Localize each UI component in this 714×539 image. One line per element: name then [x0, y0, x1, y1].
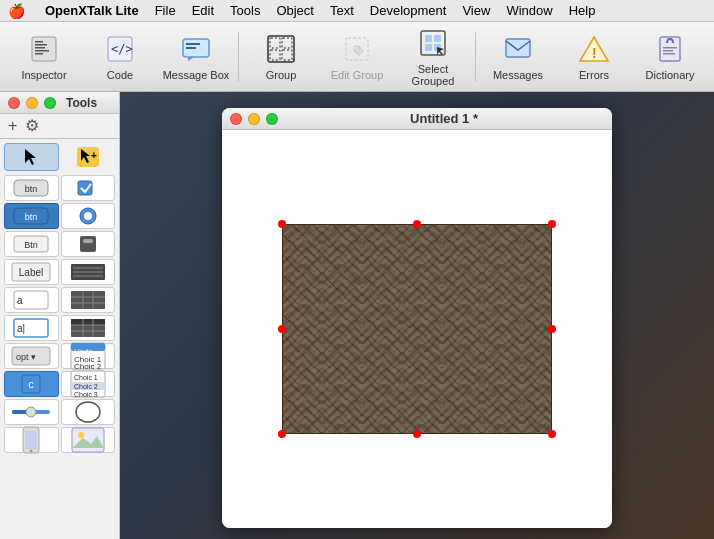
svg-rect-12	[270, 38, 280, 48]
menu-help[interactable]: Help	[569, 3, 596, 18]
datagrid-tool[interactable]	[61, 315, 116, 341]
svg-rect-55	[71, 291, 105, 309]
inspector-button[interactable]: Inspector	[8, 27, 80, 87]
svg-text:a|: a|	[17, 323, 25, 334]
svg-rect-5	[35, 53, 43, 55]
errors-label: Errors	[579, 69, 609, 81]
svg-rect-10	[186, 47, 196, 49]
svg-text:opt ▾: opt ▾	[16, 352, 36, 362]
scrollbar-tool[interactable]	[61, 231, 116, 257]
dictionary-button[interactable]: Dictionary	[634, 27, 706, 87]
handle-bottom-right[interactable]	[548, 430, 556, 438]
handle-bottom-mid[interactable]	[413, 430, 421, 438]
svg-point-85	[76, 402, 100, 422]
add-tool-button[interactable]: +	[8, 118, 17, 134]
pointer-plus-tool[interactable]: +	[61, 143, 116, 171]
tools-panel: Tools + ⚙ +	[0, 92, 120, 539]
edit-group-button[interactable]: Edit Group	[321, 27, 393, 87]
dictionary-label: Dictionary	[646, 69, 695, 81]
button-tools: btn	[0, 175, 119, 203]
image-tool[interactable]	[61, 427, 116, 453]
canvas-content[interactable]	[222, 130, 612, 528]
toolbar: Inspector </> Code Message Box	[0, 22, 714, 92]
messages-icon	[502, 33, 534, 65]
svg-rect-25	[506, 39, 530, 57]
popup-tool[interactable]: opt ▾	[4, 343, 59, 369]
svg-point-84	[26, 407, 36, 417]
app-name[interactable]: OpenXTalk Lite	[45, 3, 139, 18]
svg-rect-30	[663, 50, 673, 52]
combo-tools: c Choic 1 Choic 2 Choic 3	[0, 371, 119, 399]
svg-text:c: c	[29, 378, 35, 390]
message-box-button[interactable]: Message Box	[160, 27, 232, 87]
menu-file[interactable]: File	[155, 3, 176, 18]
textarea-tool[interactable]: a|	[4, 315, 59, 341]
handle-bottom-left[interactable]	[278, 430, 286, 438]
mobile-tool[interactable]	[4, 427, 59, 453]
close-button[interactable]	[8, 97, 20, 109]
message-box-label: Message Box	[163, 69, 230, 81]
menubar: 🍎 OpenXTalk Lite File Edit Tools Object …	[0, 0, 714, 22]
svg-rect-29	[663, 47, 677, 49]
handle-mid-left[interactable]	[278, 325, 286, 333]
handle-top-mid[interactable]	[413, 220, 421, 228]
canvas-minimize-button[interactable]	[248, 113, 260, 125]
separator-1	[238, 32, 239, 82]
minimize-button[interactable]	[26, 97, 38, 109]
arrow-tool[interactable]	[4, 143, 59, 171]
select-grouped-label: Select Grouped	[397, 63, 469, 87]
checkbox-tool[interactable]	[61, 175, 116, 201]
menu-development[interactable]: Development	[370, 3, 447, 18]
pointer-plus-icon: +	[77, 147, 99, 167]
blue-button-tool[interactable]: btn	[4, 203, 59, 229]
grid-tool[interactable]	[61, 287, 116, 313]
svg-rect-19	[421, 31, 445, 55]
canvas-maximize-button[interactable]	[266, 113, 278, 125]
label-tool[interactable]: Label	[4, 259, 59, 285]
apple-menu[interactable]: 🍎	[8, 3, 25, 19]
radio-tool[interactable]	[61, 203, 116, 229]
svg-point-90	[78, 432, 84, 438]
svg-rect-31	[663, 53, 675, 55]
errors-button[interactable]: ! Errors	[558, 27, 630, 87]
menu-window[interactable]: Window	[506, 3, 552, 18]
group-icon	[265, 33, 297, 65]
svg-rect-15	[282, 50, 292, 60]
svg-rect-87	[25, 431, 37, 449]
oval-tool[interactable]	[61, 399, 116, 425]
code-button[interactable]: </> Code	[84, 27, 156, 87]
select-grouped-icon	[417, 27, 449, 59]
svg-rect-63	[71, 319, 105, 325]
svg-text:btn: btn	[25, 212, 38, 222]
handle-mid-right[interactable]	[548, 325, 556, 333]
settings-button[interactable]: ⚙	[25, 118, 39, 134]
button3-tools: Btn	[0, 231, 119, 259]
menu-text[interactable]: Text	[330, 3, 354, 18]
dictionary-icon	[654, 33, 686, 65]
messages-label: Messages	[493, 69, 543, 81]
edit-group-label: Edit Group	[331, 69, 384, 81]
mobile-tools	[0, 427, 119, 455]
selected-object[interactable]	[282, 224, 552, 434]
slider-tool[interactable]	[4, 399, 59, 425]
maximize-button[interactable]	[44, 97, 56, 109]
push-button-tool[interactable]: Btn	[4, 231, 59, 257]
textfield-tool[interactable]: a	[4, 287, 59, 313]
select-grouped-button[interactable]: Select Grouped	[397, 27, 469, 87]
hline-tool[interactable]	[61, 259, 116, 285]
menu-edit[interactable]: Edit	[192, 3, 214, 18]
group-button[interactable]: Group	[245, 27, 317, 87]
svg-rect-0	[32, 37, 56, 61]
list-tool[interactable]: Undo Choic 1 Choic 2	[61, 343, 116, 369]
combo-tool[interactable]: c	[4, 371, 59, 397]
code-icon: </>	[104, 33, 136, 65]
handle-top-left[interactable]	[278, 220, 286, 228]
menu-view[interactable]: View	[462, 3, 490, 18]
menu-tools[interactable]: Tools	[230, 3, 260, 18]
button-tool-1[interactable]: btn	[4, 175, 59, 201]
handle-top-right[interactable]	[548, 220, 556, 228]
multi-list-tool[interactable]: Choic 1 Choic 2 Choic 3	[61, 371, 116, 397]
messages-button[interactable]: Messages	[482, 27, 554, 87]
canvas-close-button[interactable]	[230, 113, 242, 125]
menu-object[interactable]: Object	[276, 3, 314, 18]
